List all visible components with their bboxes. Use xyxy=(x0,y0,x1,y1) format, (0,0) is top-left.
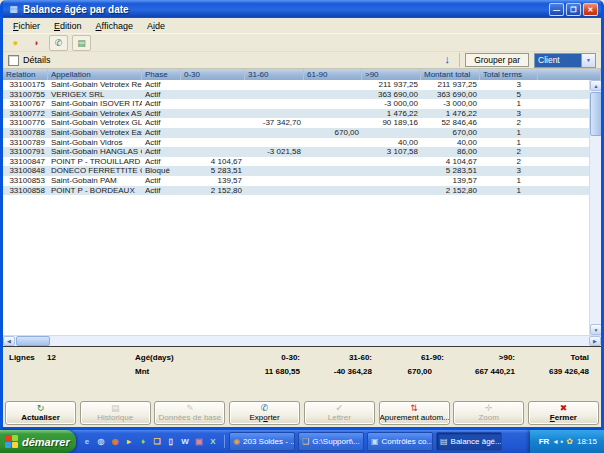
browser-icon[interactable]: ◉ xyxy=(109,435,121,448)
scroll-right-icon[interactable]: ▶ xyxy=(589,336,601,346)
cell xyxy=(304,118,362,128)
cell: 33100858 xyxy=(3,186,48,196)
menu-aide[interactable]: Aide xyxy=(140,21,172,31)
document-icon[interactable]: ▤ xyxy=(72,35,91,51)
cell xyxy=(181,118,245,128)
pre-text: Historique xyxy=(97,413,133,422)
cell: Actif xyxy=(142,186,181,196)
column-header-4[interactable]: 31-60 xyxy=(245,69,304,80)
cell: -3 021,58 xyxy=(245,147,304,157)
column-header-8[interactable]: Total terms xyxy=(480,69,538,80)
task-balance-icon: ▤ xyxy=(440,437,448,446)
globe-icon[interactable]: ◎ xyxy=(95,435,107,448)
cell xyxy=(304,147,362,157)
red-disc-icon[interactable]: ◗ xyxy=(28,36,45,50)
cell: Bloqué xyxy=(142,166,181,176)
task-g-support[interactable]: ❏G:\Support\... xyxy=(298,432,364,451)
phone-icon[interactable]: ✆ xyxy=(49,35,68,51)
menu-affichage[interactable]: Affichage xyxy=(89,21,140,31)
group-by-combobox[interactable]: Client ▼ xyxy=(534,53,596,68)
horizontal-scroll-thumb[interactable] xyxy=(16,336,50,346)
word-icon[interactable]: W xyxy=(179,435,191,448)
tray-alert-icon[interactable]: ✿ xyxy=(566,430,573,453)
language-indicator[interactable]: FR xyxy=(539,437,550,446)
chevron-down-icon[interactable]: ▼ xyxy=(581,54,595,67)
scroll-left-icon[interactable]: ◀ xyxy=(3,336,15,346)
table-row[interactable]: 33100755VERIGEX SRLActif363 690,00363 69… xyxy=(3,90,589,100)
excel-icon[interactable]: X xyxy=(207,435,219,448)
folder-icon[interactable]: ❏ xyxy=(151,435,163,448)
vertical-scroll-thumb[interactable] xyxy=(590,92,601,136)
table-row[interactable]: 33100175Saint-Gobain Vetrotex ReirActif2… xyxy=(3,80,589,90)
details-label: Détails xyxy=(23,55,51,65)
table-row[interactable]: 33100789Saint-Gobain VidrosActif40,0040,… xyxy=(3,138,589,148)
cell xyxy=(245,138,304,148)
player-icon[interactable]: ♦ xyxy=(137,435,149,448)
task-203-soldes[interactable]: ◉203 Soldes - ... xyxy=(229,432,295,451)
post-text: ermer xyxy=(555,413,577,422)
close-button[interactable]: ✕ xyxy=(583,3,598,16)
table-row[interactable]: 33100776Saint-Gobain Vetrotex GLAActif-3… xyxy=(3,118,589,128)
details-checkbox-group[interactable]: Détails xyxy=(8,55,51,66)
historique-button: ▤Historique xyxy=(80,401,151,425)
zoom-icon: ✛ xyxy=(454,402,523,413)
column-header-5[interactable]: 61-90 xyxy=(304,69,362,80)
sort-down-icon[interactable]: ↓ xyxy=(438,53,460,67)
cell: 33100767 xyxy=(3,99,48,109)
column-header-3[interactable]: 0-30 xyxy=(181,69,245,80)
vertical-scrollbar[interactable]: ▲ ▼ xyxy=(589,80,601,335)
maximize-button[interactable]: ❐ xyxy=(566,3,581,16)
cell: 33100776 xyxy=(3,118,48,128)
table-row[interactable]: 33100767Saint-Gobain ISOVER ITALActif-3 … xyxy=(3,99,589,109)
cell: Actif xyxy=(142,138,181,148)
notes-icon[interactable]: ▯ xyxy=(165,435,177,448)
cell xyxy=(245,186,304,196)
table-row[interactable]: 33100858POINT P - BORDEAUXActif2 152,802… xyxy=(3,186,589,196)
media-icon[interactable]: ▸ xyxy=(123,435,135,448)
scroll-down-icon[interactable]: ▼ xyxy=(590,324,601,335)
quick-launch: e◎◉▸♦❏▯W▣X xyxy=(76,435,225,448)
column-header-0[interactable]: Relation xyxy=(3,69,48,80)
table-row[interactable]: 33100788Saint-Gobain Vetrotex EastActif6… xyxy=(3,128,589,138)
cell: 33100791 xyxy=(3,147,48,157)
cell-filler xyxy=(538,157,589,167)
details-checkbox[interactable] xyxy=(8,55,19,66)
cell xyxy=(304,99,362,109)
task-controles[interactable]: ▣Contrôles co... xyxy=(367,432,433,451)
table-row[interactable]: 33100847POINT P - TROUILLARDActif4 104,6… xyxy=(3,157,589,167)
donnees-de-base-button-label: Données de base xyxy=(155,413,224,423)
cell xyxy=(304,138,362,148)
exporter-button[interactable]: ✆Exporter xyxy=(229,401,300,425)
fermer-button[interactable]: ✖Fermer xyxy=(528,401,599,425)
yellow-disc-icon[interactable]: ● xyxy=(7,36,24,50)
tray-volume-icon[interactable]: ▪ xyxy=(560,430,563,453)
mnt-label: Mnt xyxy=(135,367,149,376)
tray-back-icon[interactable]: ◂ xyxy=(553,430,557,453)
clock: 18:15 xyxy=(577,437,597,446)
horizontal-scrollbar[interactable]: ◀ ▶ xyxy=(3,335,601,346)
cell xyxy=(362,128,421,138)
task-203-soldes-label: 203 Soldes - ... xyxy=(243,437,295,446)
minimize-button[interactable]: — xyxy=(549,3,564,16)
column-header-1[interactable]: Appellation xyxy=(48,69,142,80)
tools-icon[interactable]: ▣ xyxy=(193,435,205,448)
table-row[interactable]: 33100772Saint-Gobain Vetrotex ASIActif1 … xyxy=(3,109,589,119)
table-row[interactable]: 33100853Saint-Gobain PAMActif139,57139,5… xyxy=(3,176,589,186)
column-header-6[interactable]: >90 xyxy=(362,69,421,80)
column-header-2[interactable]: Phase xyxy=(142,69,181,80)
start-button[interactable]: démarrer xyxy=(0,430,76,453)
task-balance[interactable]: ▤Balance âgé... xyxy=(436,432,502,451)
post-text: rter xyxy=(268,413,280,422)
menu-fichier[interactable]: Fichier xyxy=(6,21,47,31)
actualiser-button[interactable]: ↻Actualiser xyxy=(5,401,76,425)
footer-col-0-30-label: 0-30: xyxy=(281,353,300,362)
ie-icon[interactable]: e xyxy=(81,435,93,448)
tray-icons: ◂▪✿ xyxy=(553,430,573,453)
table-row[interactable]: 33100848DONECO FERRETTITE CEL'Bloqué5 28… xyxy=(3,166,589,176)
table-row[interactable]: 33100791Saint-Gobain HANGLAS CLActif-3 0… xyxy=(3,147,589,157)
cell: 1 xyxy=(480,186,538,196)
apurement-button[interactable]: ⇅Apurement autom... xyxy=(379,401,450,425)
menu-edition[interactable]: Edition xyxy=(47,21,89,31)
column-header-7[interactable]: Montant total xyxy=(421,69,480,80)
scroll-up-icon[interactable]: ▲ xyxy=(590,80,601,91)
